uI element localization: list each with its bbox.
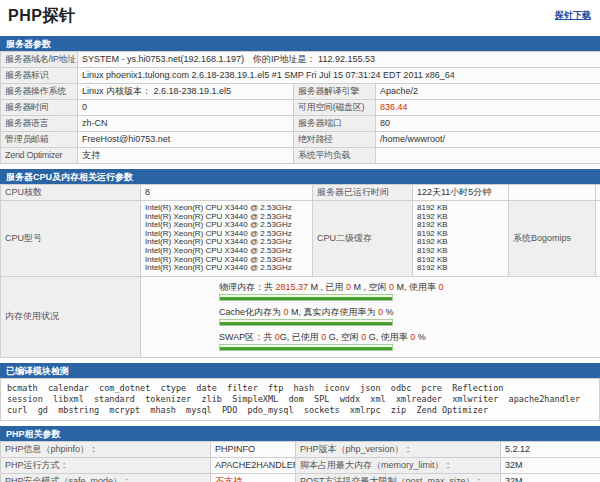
table-row: 服务器域名/IP地址 SYSTEM - ys.hi0753.net(192.16… (1, 52, 600, 68)
table-row: Zend Optimizer 支持 系统平均负载 (1, 148, 600, 164)
table-row: PHP运行方式： APACHE2HANDLER 脚本占用最大内存（memory_… (1, 457, 600, 473)
row-value: SYSTEM - ys.hi0753.net(192.168.1.197) 你的… (78, 52, 600, 68)
section-compiled-modules: 已编译模块检测 bcmath calendar com_dotnet ctype… (0, 363, 600, 421)
row-label: PHP安全模式（safe_mode）： (1, 473, 211, 482)
cpu-cache-list: 8192 KB 8192 KB 8192 KB 8192 KB 8192 KB … (413, 201, 509, 277)
bogomips-label: 系统Bogomips (509, 201, 596, 277)
row-value: 0 (78, 100, 294, 116)
row-label: 可用空间(磁盘区) (294, 100, 376, 116)
empty-cell (509, 185, 596, 201)
section-header-modules: 已编译模块检测 (0, 363, 600, 378)
table-row: 内存使用状况 物理内存：共 2815.37 M , 已用 0 M , 空闲 0 … (1, 276, 600, 357)
row-label: PHP版本（php_version）： (296, 441, 501, 457)
page-header: PHP探针 探针下载 (0, 0, 600, 36)
physical-memory-text: 物理内存：共 2815.37 M , 已用 0 M , 空闲 0 M, 使用率 … (219, 281, 596, 293)
uptime-label: 服务器已运行时间 (313, 185, 413, 201)
row-label: 服务器域名/IP地址 (1, 52, 78, 68)
row-label: 脚本占用最大内存（memory_limit）： (296, 457, 501, 473)
swap-memory-text: SWAP区：共 0G, 已使用 0 G, 空闲 0 G, 使用率 0 % (219, 331, 596, 343)
section-cpu-memory: 服务器CPU及内存相关运行参数 CPU核数 8 服务器已运行时间 122天11小… (0, 169, 600, 358)
section-php-params: PHP相关参数 PHP信息（phpinfo）： PHPINFO PHP版本（ph… (0, 426, 600, 482)
row-value: 80 (376, 116, 600, 132)
row-label: 服务器时间 (1, 100, 78, 116)
cache-memory-bar (219, 319, 393, 326)
row-label: 服务器解译引擎 (294, 84, 376, 100)
row-label: PHP信息（phpinfo）： (1, 441, 211, 457)
row-value: Apache/2 (376, 84, 600, 100)
table-row: 服务器时间 0 可用空间(磁盘区) 836.44 (1, 100, 600, 116)
cpu-cores-value: 8 (141, 185, 313, 201)
row-value: FreeHost@hi0753.net (78, 132, 294, 148)
swap-memory-bar (219, 344, 393, 351)
memory-usage-label: 内存使用状况 (1, 276, 141, 357)
row-value: 5.2.12 (501, 441, 600, 457)
row-label: 服务器操作系统 (1, 84, 78, 100)
row-label: Zend Optimizer (1, 148, 78, 164)
table-row: 服务器标识 Linux phoenix1.tulong.com 2.6.18-2… (1, 68, 600, 84)
section-server-params: 服务器参数 服务器域名/IP地址 SYSTEM - ys.hi0753.net(… (0, 36, 600, 164)
php-params-table: PHP信息（phpinfo）： PHPINFO PHP版本（php_versio… (0, 441, 600, 482)
uptime-value: 122天11小时5分钟 (413, 185, 509, 201)
table-row: 服务器语言 zh-CN 服务器端口 80 (1, 116, 600, 132)
row-value: Linux phoenix1.tulong.com 2.6.18-238.19.… (78, 68, 600, 84)
row-label: 服务器语言 (1, 116, 78, 132)
disk-free-value: 836.44 (376, 100, 600, 116)
table-row: 服务器操作系统 Linux 内核版本： 2.6.18-238.19.1.el5 … (1, 84, 600, 100)
row-label: PHP运行方式： (1, 457, 211, 473)
row-value (376, 148, 600, 164)
row-label: 绝对路径 (294, 132, 376, 148)
memory-usage-cell: 物理内存：共 2815.37 M , 已用 0 M , 空闲 0 M, 使用率 … (141, 276, 600, 357)
row-value: Linux 内核版本： 2.6.18-238.19.1.el5 (78, 84, 294, 100)
phpinfo-link[interactable]: PHPINFO (211, 441, 296, 457)
section-header-cpu-memory: 服务器CPU及内存相关运行参数 (0, 169, 600, 184)
row-label: 系统平均负载 (294, 148, 376, 164)
server-params-table: 服务器域名/IP地址 SYSTEM - ys.hi0753.net(192.16… (0, 51, 600, 164)
table-row: PHP安全模式（safe_mode）： 不支持 POST方法提交最大限制（pos… (1, 473, 600, 482)
table-row: CPU型号 Intel(R) Xeon(R) CPU X3440 @ 2.53G… (1, 201, 600, 277)
section-header-php-params: PHP相关参数 (0, 426, 600, 441)
physical-memory-bar (219, 294, 393, 301)
table-row: CPU核数 8 服务器已运行时间 122天11小时5分钟 (1, 185, 600, 201)
empty-cell (596, 185, 600, 201)
row-value: /home/wwwroot/ (376, 132, 600, 148)
empty-cell (596, 201, 600, 277)
cpu-cores-label: CPU核数 (1, 185, 141, 201)
row-label: POST方法提交最大限制（post_max_size）： (296, 473, 501, 482)
cpu-memory-table: CPU核数 8 服务器已运行时间 122天11小时5分钟 CPU型号 Intel… (0, 184, 600, 358)
table-row: 管理员邮箱 FreeHost@hi0753.net 绝对路径 /home/www… (1, 132, 600, 148)
row-label: 管理员邮箱 (1, 132, 78, 148)
section-header-server-params: 服务器参数 (0, 36, 600, 51)
cpu-model-list: Intel(R) Xeon(R) CPU X3440 @ 2.53GHz Int… (141, 201, 313, 277)
row-label: 服务器端口 (294, 116, 376, 132)
cpu-cache-label: CPU二级缓存 (313, 201, 413, 277)
probe-download-link[interactable]: 探针下载 (555, 9, 591, 22)
row-value: zh-CN (78, 116, 294, 132)
safe-mode-value: 不支持 (211, 473, 296, 482)
page-title: PHP探针 (8, 6, 592, 27)
compiled-modules-list: bcmath calendar com_dotnet ctype date fi… (0, 378, 600, 421)
cache-memory-text: Cache化内存为 0 M, 真实内存使用率为 0 % (219, 306, 596, 318)
row-label: 服务器标识 (1, 68, 78, 84)
row-value: 32M (501, 457, 600, 473)
table-row: PHP信息（phpinfo）： PHPINFO PHP版本（php_versio… (1, 441, 600, 457)
row-value: APACHE2HANDLER (211, 457, 296, 473)
row-value: 支持 (78, 148, 294, 164)
row-value: 32M (501, 473, 600, 482)
cpu-model-label: CPU型号 (1, 201, 141, 277)
